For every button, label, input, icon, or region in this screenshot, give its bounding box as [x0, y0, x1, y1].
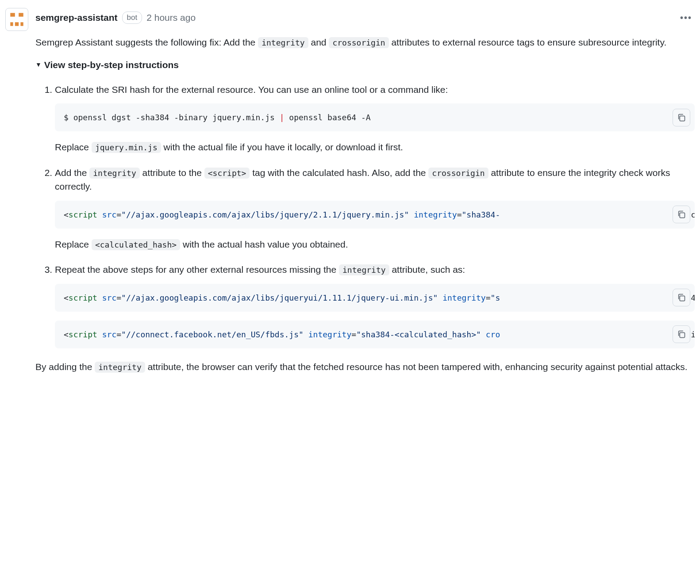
svg-rect-5	[680, 116, 685, 121]
copy-icon	[677, 113, 686, 122]
comment-container: semgrep-assistant bot 2 hours ago ••• Se…	[5, 8, 695, 382]
inline-code-crossorigin: crossorigin	[329, 37, 388, 48]
copy-button[interactable]	[673, 325, 690, 343]
svg-rect-6	[680, 213, 685, 218]
step-1: Calculate the SRI hash for the external …	[55, 83, 695, 154]
overflow-tail: i	[691, 328, 695, 340]
comment-body: semgrep-assistant bot 2 hours ago ••• Se…	[35, 8, 695, 382]
svg-rect-2	[10, 22, 13, 26]
svg-rect-4	[20, 22, 23, 26]
details-toggle[interactable]: ▼ View step-by-step instructions	[35, 58, 695, 72]
svg-rect-1	[19, 13, 23, 16]
inline-code-jquery: jquery.min.js	[92, 142, 161, 153]
step-3: Repeat the above steps for any other ext…	[55, 263, 695, 348]
step-1-after: Replace jquery.min.js with the actual fi…	[55, 140, 695, 154]
timestamp: 2 hours ago	[146, 11, 196, 25]
step-2-after: Replace <calculated_hash> with the actua…	[55, 237, 695, 252]
bot-badge: bot	[122, 11, 142, 24]
copy-button[interactable]	[673, 289, 690, 306]
copy-icon	[677, 330, 686, 339]
svg-rect-3	[15, 22, 19, 26]
step-3-text: Repeat the above steps for any other ext…	[55, 263, 695, 277]
avatar[interactable]	[5, 8, 28, 31]
copy-icon	[677, 293, 686, 302]
svg-rect-0	[10, 13, 15, 16]
username-link[interactable]: semgrep-assistant	[35, 11, 118, 25]
svg-rect-8	[680, 332, 685, 337]
step-2: Add the integrity attribute to the <scri…	[55, 166, 695, 252]
steps-list: Calculate the SRI hash for the external …	[35, 83, 695, 348]
overflow-tail: 4	[691, 292, 695, 304]
code-block-script1: <script src="//ajax.googleapis.com/ajax/…	[55, 201, 695, 229]
intro-paragraph: Semgrep Assistant suggests the following…	[35, 35, 695, 50]
code-block-script2: <script src="//ajax.googleapis.com/ajax/…	[55, 284, 695, 312]
copy-button[interactable]	[673, 109, 690, 126]
kebab-icon: •••	[680, 13, 692, 23]
semgrep-logo-icon	[8, 10, 26, 29]
step-2-text: Add the integrity attribute to the <scri…	[55, 166, 695, 194]
step-1-text: Calculate the SRI hash for the external …	[55, 83, 695, 97]
comment-header: semgrep-assistant bot 2 hours ago •••	[35, 8, 695, 27]
overflow-tail: c	[691, 209, 695, 221]
copy-button[interactable]	[673, 206, 690, 223]
disclosure-triangle-icon: ▼	[35, 60, 42, 69]
inline-code-integrity: integrity	[258, 37, 308, 48]
closing-paragraph: By adding the integrity attribute, the b…	[35, 360, 695, 374]
svg-rect-7	[680, 296, 685, 301]
kebab-menu-button[interactable]: •••	[677, 8, 695, 27]
code-block-script3: <script src="//connect.facebook.net/en_U…	[55, 321, 695, 348]
copy-icon	[677, 210, 686, 219]
code-block-openssl: $ openssl dgst -sha384 -binary jquery.mi…	[55, 103, 695, 131]
inline-code-integrity-closing: integrity	[95, 362, 145, 373]
details-summary-label: View step-by-step instructions	[44, 58, 179, 72]
